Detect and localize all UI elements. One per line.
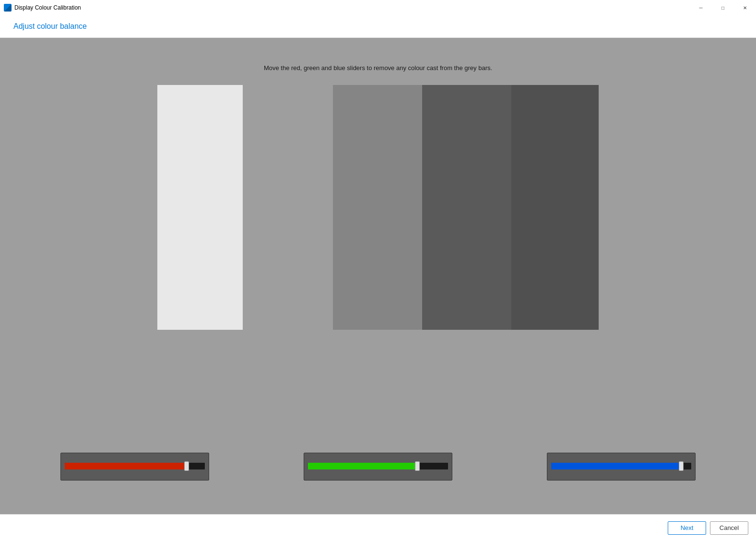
red-slider-fill [65,463,187,469]
title-bar: Display Colour Calibration ─ □ ✕ [0,0,756,15]
grey-bar-medium [422,85,511,330]
title-bar-title: Display Colour Calibration [14,4,81,11]
blue-slider-fill [551,463,682,469]
blue-slider-thumb[interactable] [679,461,684,471]
red-slider-thumb[interactable] [184,461,189,471]
minimize-button[interactable]: ─ [690,0,712,15]
red-slider-track [65,463,205,469]
blue-slider-container [547,453,696,481]
app-icon [4,4,12,12]
grey-bar-light [333,85,422,330]
main-content: Move the red, green and blue sliders to … [0,38,756,514]
cancel-button[interactable]: Cancel [710,521,748,535]
title-bar-controls: ─ □ ✕ [690,0,756,15]
white-bar [157,85,243,330]
green-slider-thumb[interactable] [415,461,420,471]
next-button[interactable]: Next [668,521,706,535]
page-subtitle: Adjust colour balance [13,22,87,30]
close-button[interactable]: ✕ [734,0,756,15]
color-bars-container [157,85,599,330]
grey-bars [333,85,599,330]
bottom-bar: Next Cancel [0,514,756,541]
maximize-button[interactable]: □ [712,0,734,15]
red-slider-container [60,453,209,481]
sliders-area [0,453,756,481]
instruction-text: Move the red, green and blue sliders to … [264,64,492,72]
green-slider-fill [308,463,417,469]
green-slider-container [304,453,452,481]
blue-slider-track [551,463,691,469]
title-bar-left: Display Colour Calibration [4,4,81,12]
green-slider-track [308,463,448,469]
grey-bar-dark [511,85,599,330]
header-area: Adjust colour balance [0,15,756,38]
